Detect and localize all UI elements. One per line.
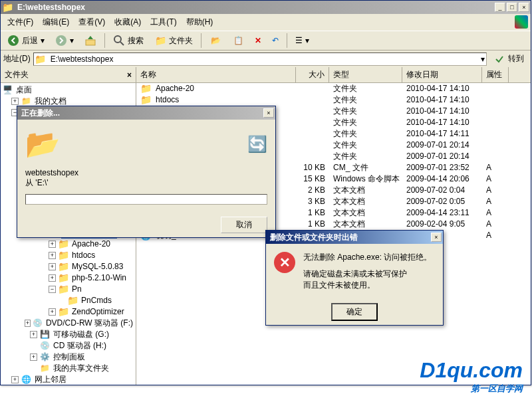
- file-list-header: 名称 大小 类型 修改日期 属性: [136, 67, 531, 83]
- tree-child[interactable]: MySQL-5.0.83: [70, 261, 124, 272]
- tree-child[interactable]: Pn: [70, 284, 83, 295]
- tree-toggle[interactable]: +: [11, 376, 19, 383]
- menu-file[interactable]: 文件(F): [3, 15, 37, 29]
- file-type: 文件夹: [329, 117, 402, 128]
- file-attr: A: [482, 162, 509, 173]
- tree-cdrom[interactable]: CD 驱动器 (H:): [52, 340, 108, 351]
- tree-child[interactable]: htdocs: [70, 250, 96, 261]
- close-button[interactable]: ×: [431, 233, 442, 242]
- tree-removable[interactable]: 可移动磁盘 (G:): [52, 329, 110, 340]
- file-date: 2009-07-01 20:14: [402, 140, 482, 151]
- tree-dvd[interactable]: DVD/CD-RW 驱动器 (F:): [45, 318, 134, 329]
- file-attr: A: [482, 207, 509, 219]
- tree-pncmds[interactable]: PnCmds: [80, 295, 113, 306]
- up-button[interactable]: [80, 33, 100, 49]
- error-titlebar: 删除文件或文件夹时出错 ×: [266, 231, 443, 244]
- folder-copy-icon: 📋: [232, 35, 244, 47]
- dropdown-icon[interactable]: ▾: [481, 54, 485, 64]
- col-name[interactable]: 名称: [136, 67, 296, 82]
- folder-big-icon: [25, 128, 60, 160]
- menu-edit[interactable]: 编辑(E): [39, 15, 73, 29]
- file-attr: [482, 151, 509, 162]
- sidebar-close[interactable]: ×: [127, 70, 132, 80]
- back-icon: [7, 35, 19, 47]
- file-date: 2009-04-14 20:06: [402, 173, 482, 185]
- minimize-button[interactable]: _: [495, 3, 505, 12]
- file-row[interactable]: Apache-20文件夹2010-04-17 14:10: [136, 83, 531, 94]
- file-attr: [482, 106, 509, 117]
- go-button[interactable]: 转到: [489, 52, 528, 66]
- folders-icon: [154, 35, 166, 47]
- col-size[interactable]: 大小: [296, 67, 329, 82]
- undo-icon: ↶: [272, 36, 279, 45]
- tb-views[interactable]: ☰▾: [291, 34, 313, 47]
- sidebar-header: 文件夹 ×: [1, 67, 136, 83]
- tree-desktop[interactable]: 桌面: [15, 84, 33, 96]
- maximize-button[interactable]: □: [507, 3, 517, 12]
- control-icon: ⚙️: [39, 352, 50, 363]
- go-icon: [493, 53, 505, 65]
- progress-dialog: 正在删除... × webtestshopex 从 'E:\' 取消: [17, 106, 276, 238]
- progress-title: 正在删除...: [19, 108, 263, 119]
- file-row[interactable]: htdocs文件夹2010-04-17 14:10: [136, 94, 531, 106]
- file-size: 3 KB: [296, 196, 329, 207]
- file-size: 2 KB: [296, 185, 329, 196]
- tb-btn-2[interactable]: 📋: [228, 33, 248, 49]
- file-date: 2009-02-04 9:05: [402, 219, 482, 230]
- tree-toggle[interactable]: −: [49, 286, 56, 293]
- recycle-anim-icon: [247, 135, 267, 153]
- svg-line-4: [120, 42, 124, 45]
- file-attr: A: [482, 185, 509, 196]
- progress-item: webtestshopex: [25, 168, 267, 177]
- cancel-button[interactable]: 取消: [221, 217, 267, 233]
- desktop-icon: 🖥️: [2, 85, 13, 96]
- progress-from: 从 'E:\': [25, 177, 267, 189]
- tb-undo[interactable]: ↶: [268, 34, 283, 47]
- menu-view[interactable]: 查看(V): [74, 15, 109, 29]
- tree-child[interactable]: php-5.2.10-Win: [70, 272, 128, 284]
- back-button[interactable]: 后退 ▾: [3, 33, 49, 49]
- search-button[interactable]: 搜索: [109, 33, 148, 49]
- forward-button[interactable]: ▾: [51, 33, 78, 49]
- tree-control[interactable]: 控制面板: [52, 351, 86, 363]
- tree-toggle[interactable]: +: [30, 353, 37, 361]
- ok-button[interactable]: 确定: [331, 303, 378, 321]
- close-button[interactable]: ×: [519, 3, 529, 12]
- menu-favorites[interactable]: 收藏(A): [110, 15, 145, 29]
- tree-shared[interactable]: 我的共享文件夹: [52, 363, 110, 374]
- file-type: 文件夹: [329, 106, 402, 117]
- address-input[interactable]: E:\webtestshopex ▾: [33, 52, 487, 66]
- tree-toggle[interactable]: +: [49, 308, 56, 316]
- window-title: E:\webtestshopex: [15, 3, 495, 12]
- col-type[interactable]: 类型: [329, 67, 402, 82]
- file-attr: [482, 94, 509, 106]
- tree-toggle[interactable]: +: [49, 274, 56, 282]
- file-size: 10 KB: [296, 162, 329, 173]
- folder-icon: [140, 84, 151, 94]
- file-size: [296, 83, 329, 94]
- folders-button[interactable]: 文件夹: [150, 33, 197, 49]
- tree-toggle[interactable]: +: [49, 263, 56, 270]
- tb-delete[interactable]: ✕: [251, 34, 265, 47]
- folder-icon: [35, 54, 46, 64]
- tree-child[interactable]: ZendOptimizer: [70, 306, 126, 318]
- error-dialog: 删除文件或文件夹时出错 × ✕ 无法删除 Apache.exe: 访问被拒绝。 …: [265, 230, 444, 326]
- tree-toggle[interactable]: +: [49, 241, 56, 248]
- col-date[interactable]: 修改日期: [402, 67, 482, 82]
- folder-icon: [58, 273, 68, 284]
- tree-toggle[interactable]: +: [11, 98, 19, 105]
- file-name: htdocs: [156, 94, 179, 106]
- tree-toggle[interactable]: +: [30, 331, 37, 338]
- tree-network[interactable]: 网上邻居: [33, 374, 68, 385]
- main-titlebar: E:\webtestshopex _ □ ×: [1, 1, 531, 14]
- tree-toggle[interactable]: +: [49, 252, 56, 259]
- file-attr: [482, 117, 509, 128]
- menu-tools[interactable]: 工具(T): [146, 15, 180, 29]
- menu-help[interactable]: 帮助(H): [182, 15, 217, 29]
- tree-child[interactable]: Apache-20: [70, 239, 112, 250]
- close-button[interactable]: ×: [263, 108, 274, 118]
- col-attr[interactable]: 属性: [482, 67, 509, 82]
- tb-btn-1[interactable]: 📂: [205, 33, 225, 49]
- tree-toggle[interactable]: +: [25, 320, 31, 327]
- windows-flag-icon: [515, 15, 528, 29]
